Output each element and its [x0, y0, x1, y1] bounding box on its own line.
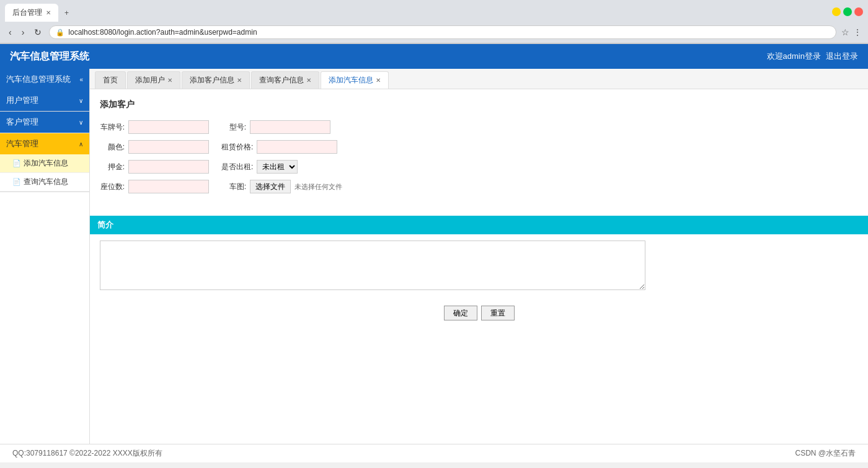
intro-section-header: 简介: [90, 216, 868, 234]
deposit-label: 押金:: [100, 162, 125, 172]
window-controls: [832, 7, 863, 19]
sidebar-section-user[interactable]: 用户管理 ∨: [0, 90, 89, 111]
form-container: 添加客户 车牌号: 型号: 颜色: 租赁价格:: [90, 89, 868, 210]
form-group-image: 车图: 选择文件 未选择任何文件: [221, 180, 342, 193]
ssl-icon: 🔒: [56, 29, 64, 37]
user-section-arrow: ∨: [79, 97, 83, 104]
tab-add-customer[interactable]: 添加客户信息 ✕: [182, 71, 250, 89]
form-group-license: 车牌号:: [100, 120, 209, 134]
url-text: localhost:8080/login.action?auth=admin&u…: [68, 28, 830, 37]
customer-section-arrow: ∨: [79, 119, 83, 126]
form-group-model: 型号:: [221, 120, 330, 134]
app-title: 汽车信息管理系统: [10, 50, 89, 63]
sidebar-collapse-icon[interactable]: «: [79, 76, 83, 83]
url-bar[interactable]: 🔒 localhost:8080/login.action?auth=admin…: [49, 25, 836, 39]
sidebar-header: 汽车信息管理系统 «: [0, 69, 89, 90]
browser-tab-title: 后台管理: [12, 7, 42, 18]
menu-icon[interactable]: ⋮: [853, 27, 862, 37]
doc-icon: 📄: [12, 159, 21, 167]
confirm-button[interactable]: 确定: [444, 306, 477, 320]
textarea-container: [90, 234, 868, 298]
form-row-1: 车牌号: 型号:: [100, 120, 858, 134]
rental-label: 租赁价格:: [221, 142, 253, 152]
tab-add-customer-label: 添加客户信息: [190, 75, 234, 86]
tab-home[interactable]: 首页: [95, 71, 126, 89]
tab-query-customer[interactable]: 查询客户信息 ✕: [251, 71, 319, 89]
color-label: 颜色:: [100, 142, 125, 152]
sidebar-section-user-label: 用户管理: [6, 95, 38, 106]
user-greeting: 欢迎admin登录: [767, 51, 821, 62]
back-button[interactable]: ‹: [6, 26, 14, 38]
action-buttons: 确定 重置: [90, 306, 868, 320]
intro-textarea[interactable]: [100, 241, 645, 290]
form-title: 添加客户: [100, 99, 858, 110]
user-info: 欢迎admin登录 退出登录: [767, 51, 858, 62]
tab-add-user[interactable]: 添加用户 ✕: [127, 71, 180, 89]
app-body: 汽车信息管理系统 « 用户管理 ∨ 客户管理 ∨ 汽车管理 ∧ 📄: [0, 69, 868, 444]
tab-home-label: 首页: [103, 75, 118, 86]
car-section-arrow: ∧: [79, 141, 83, 148]
form-row-2: 颜色: 租赁价格:: [100, 140, 858, 154]
app-header: 汽车信息管理系统 欢迎admin登录 退出登录: [0, 44, 868, 69]
sidebar-group-car: 汽车管理 ∧ 📄 添加汽车信息 📄 查询汽车信息: [0, 133, 89, 192]
doc-icon-2: 📄: [12, 178, 21, 186]
browser-chrome: 后台管理 ✕ + ‹ › ↻ 🔒 localhost:8080/login.ac…: [0, 0, 868, 44]
tab-add-car-label: 添加汽车信息: [329, 75, 373, 86]
sidebar-item-query-car[interactable]: 📄 查询汽车信息: [0, 173, 89, 192]
address-actions: ☆ ⋮: [841, 27, 862, 37]
form-group-rental: 租赁价格:: [221, 140, 337, 154]
sidebar-item-query-car-label: 查询汽车信息: [24, 177, 68, 187]
file-placeholder: 未选择任何文件: [294, 182, 342, 192]
seats-input[interactable]: [128, 180, 209, 193]
tab-add-user-close[interactable]: ✕: [167, 77, 172, 84]
tab-query-customer-close[interactable]: ✕: [306, 77, 311, 84]
sidebar: 汽车信息管理系统 « 用户管理 ∨ 客户管理 ∨ 汽车管理 ∧ 📄: [0, 69, 90, 444]
form-row-4: 座位数: 车图: 选择文件 未选择任何文件: [100, 180, 858, 193]
sidebar-group-user: 用户管理 ∨: [0, 90, 89, 112]
tab-add-car-close[interactable]: ✕: [376, 77, 381, 84]
tab-query-customer-label: 查询客户信息: [259, 75, 304, 86]
footer-copyright: QQ:3079118617 ©2022-2022 XXXX版权所有: [12, 448, 162, 459]
license-input[interactable]: [128, 120, 209, 134]
form-row-3: 押金: 是否出租: 未出租 已出租: [100, 160, 858, 174]
available-select[interactable]: 未出租 已出租: [257, 160, 298, 174]
window-minimize[interactable]: [832, 7, 841, 16]
window-maximize[interactable]: [843, 7, 852, 16]
browser-tab[interactable]: 后台管理 ✕: [5, 4, 58, 22]
rental-input[interactable]: [257, 140, 337, 154]
tab-add-customer-close[interactable]: ✕: [237, 77, 242, 84]
seats-label: 座位数:: [100, 182, 125, 192]
color-input[interactable]: [128, 140, 209, 154]
sidebar-section-car-label: 汽车管理: [6, 138, 38, 149]
form-group-color: 颜色:: [100, 140, 209, 154]
logout-button[interactable]: 退出登录: [826, 51, 858, 62]
image-label: 车图:: [221, 182, 246, 192]
form-group-seats: 座位数:: [100, 180, 209, 193]
sidebar-section-customer-label: 客户管理: [6, 117, 38, 128]
tab-add-car[interactable]: 添加汽车信息 ✕: [321, 71, 389, 89]
new-tab-button[interactable]: +: [58, 5, 75, 21]
form-group-deposit: 押金:: [100, 160, 209, 174]
model-input[interactable]: [250, 120, 330, 134]
deposit-input[interactable]: [128, 160, 209, 174]
sidebar-section-car[interactable]: 汽车管理 ∧: [0, 133, 89, 154]
page-tabs: 首页 添加用户 ✕ 添加客户信息 ✕ 查询客户信息 ✕ 添加汽车信息 ✕: [90, 69, 868, 89]
bookmark-icon[interactable]: ☆: [841, 27, 849, 37]
tab-add-user-label: 添加用户: [135, 75, 165, 86]
sidebar-item-add-car-label: 添加汽车信息: [24, 158, 68, 169]
file-select-button[interactable]: 选择文件: [250, 180, 291, 193]
browser-tab-bar: 后台管理 ✕ +: [0, 0, 868, 22]
sidebar-item-add-car[interactable]: 📄 添加汽车信息: [0, 154, 89, 173]
forward-button[interactable]: ›: [19, 26, 27, 38]
footer-csdn: CSDN @水坚石青: [795, 448, 856, 459]
refresh-button[interactable]: ↻: [32, 26, 44, 38]
license-label: 车牌号:: [100, 122, 125, 133]
reset-button[interactable]: 重置: [481, 306, 515, 320]
browser-tab-close[interactable]: ✕: [46, 9, 51, 16]
sidebar-section-customer[interactable]: 客户管理 ∨: [0, 112, 89, 133]
sidebar-title: 汽车信息管理系统: [6, 74, 71, 85]
sidebar-group-customer: 客户管理 ∨: [0, 112, 89, 133]
main-content: 首页 添加用户 ✕ 添加客户信息 ✕ 查询客户信息 ✕ 添加汽车信息 ✕ 添加客…: [90, 69, 868, 444]
window-close[interactable]: [854, 7, 863, 16]
form-group-available: 是否出租: 未出租 已出租: [221, 160, 298, 174]
